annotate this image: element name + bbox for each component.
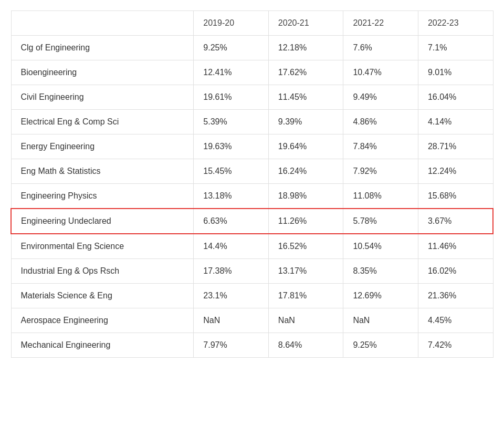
table-row: Civil Engineering19.61%11.45%9.49%16.04% (11, 85, 493, 110)
row-value: 17.62% (268, 60, 343, 85)
row-value: 11.08% (343, 184, 418, 209)
table-row: Environmental Eng Science14.4%16.52%10.5… (11, 234, 493, 259)
row-value: 4.86% (343, 110, 418, 134)
row-label: Eng Math & Statistics (11, 159, 194, 184)
table-row: Eng Math & Statistics15.45%16.24%7.92%12… (11, 159, 493, 184)
data-table: 2019-20 2020-21 2021-22 2022-23 Clg of E… (10, 11, 494, 358)
row-label: Energy Engineering (11, 134, 194, 159)
row-value: 28.71% (418, 134, 493, 159)
row-value: 10.54% (343, 234, 418, 259)
table-row: Industrial Eng & Ops Rsch17.38%13.17%8.3… (11, 259, 493, 284)
row-value: 7.84% (343, 134, 418, 159)
row-value: 14.4% (194, 234, 269, 259)
row-value: 4.45% (418, 308, 493, 333)
row-value: 11.46% (418, 234, 493, 259)
col-header-2019: 2019-20 (194, 11, 269, 36)
header-row: 2019-20 2020-21 2021-22 2022-23 (11, 11, 493, 36)
row-label: Clg of Engineering (11, 36, 194, 60)
row-label: Engineering Undeclared (11, 209, 194, 234)
row-value: 9.39% (268, 110, 343, 134)
row-value: 7.92% (343, 159, 418, 184)
row-value: 9.25% (194, 36, 269, 60)
row-value: 9.01% (418, 60, 493, 85)
row-value: 7.42% (418, 333, 493, 358)
table-row: Engineering Physics13.18%18.98%11.08%15.… (11, 184, 493, 209)
row-value: 12.41% (194, 60, 269, 85)
row-label: Environmental Eng Science (11, 234, 194, 259)
row-value: 6.63% (194, 209, 269, 234)
row-value: NaN (268, 308, 343, 333)
row-value: 7.1% (418, 36, 493, 60)
row-value: NaN (194, 308, 269, 333)
row-value: 11.26% (268, 209, 343, 234)
row-value: 12.18% (268, 36, 343, 60)
row-value: 16.24% (268, 159, 343, 184)
row-value: NaN (343, 308, 418, 333)
row-value: 7.97% (194, 333, 269, 358)
col-header-2022: 2022-23 (418, 11, 493, 36)
row-value: 10.47% (343, 60, 418, 85)
row-value: 17.38% (194, 259, 269, 284)
row-value: 7.6% (343, 36, 418, 60)
row-label: Electrical Eng & Comp Sci (11, 110, 194, 134)
row-label: Engineering Physics (11, 184, 194, 209)
row-value: 19.63% (194, 134, 269, 159)
col-header-label (11, 11, 194, 36)
table-row: Materials Science & Eng23.1%17.81%12.69%… (11, 284, 493, 308)
row-value: 15.45% (194, 159, 269, 184)
row-value: 23.1% (194, 284, 269, 308)
row-value: 12.24% (418, 159, 493, 184)
row-value: 11.45% (268, 85, 343, 110)
row-value: 16.52% (268, 234, 343, 259)
row-value: 8.64% (268, 333, 343, 358)
row-value: 12.69% (343, 284, 418, 308)
table-row: Engineering Undeclared6.63%11.26%5.78%3.… (11, 209, 493, 234)
col-header-2021: 2021-22 (343, 11, 418, 36)
row-value: 15.68% (418, 184, 493, 209)
row-value: 18.98% (268, 184, 343, 209)
table-row: Electrical Eng & Comp Sci5.39%9.39%4.86%… (11, 110, 493, 134)
row-value: 17.81% (268, 284, 343, 308)
row-value: 13.17% (268, 259, 343, 284)
table-row: Mechanical Engineering7.97%8.64%9.25%7.4… (11, 333, 493, 358)
row-label: Bioengineering (11, 60, 194, 85)
row-value: 16.04% (418, 85, 493, 110)
row-value: 5.78% (343, 209, 418, 234)
table-row: Energy Engineering19.63%19.64%7.84%28.71… (11, 134, 493, 159)
row-label: Materials Science & Eng (11, 284, 194, 308)
table-row: Clg of Engineering9.25%12.18%7.6%7.1% (11, 36, 493, 60)
row-value: 4.14% (418, 110, 493, 134)
row-value: 13.18% (194, 184, 269, 209)
row-value: 19.64% (268, 134, 343, 159)
table-row: Aerospace EngineeringNaNNaNNaN4.45% (11, 308, 493, 333)
row-value: 9.49% (343, 85, 418, 110)
table-container: 2019-20 2020-21 2021-22 2022-23 Clg of E… (10, 11, 494, 358)
row-value: 3.67% (418, 209, 493, 234)
row-value: 9.25% (343, 333, 418, 358)
row-value: 16.02% (418, 259, 493, 284)
col-header-2020: 2020-21 (268, 11, 343, 36)
row-label: Industrial Eng & Ops Rsch (11, 259, 194, 284)
row-value: 5.39% (194, 110, 269, 134)
row-value: 19.61% (194, 85, 269, 110)
row-label: Mechanical Engineering (11, 333, 194, 358)
row-label: Civil Engineering (11, 85, 194, 110)
row-value: 21.36% (418, 284, 493, 308)
row-label: Aerospace Engineering (11, 308, 194, 333)
table-row: Bioengineering12.41%17.62%10.47%9.01% (11, 60, 493, 85)
row-value: 8.35% (343, 259, 418, 284)
